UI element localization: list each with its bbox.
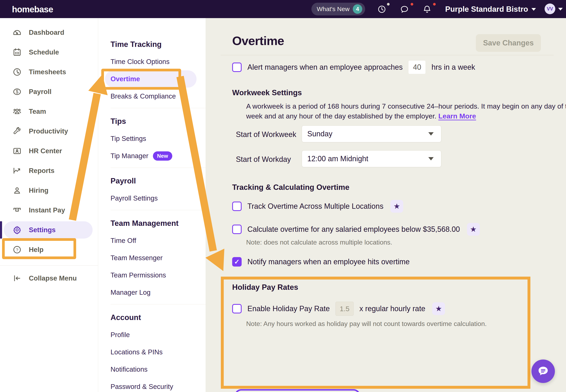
svg-text:$: $: [16, 89, 18, 94]
homebase-settings-page: homebase What's New 4 Purple Standard B: [0, 0, 566, 392]
settings-subnav: Time Tracking Time Clock Options Overtim…: [98, 18, 206, 392]
company-name: Purple Standard Bistro: [445, 5, 528, 14]
avatar-initials: VV: [547, 6, 553, 12]
subnav-item-payroll-settings[interactable]: Payroll Settings: [98, 190, 206, 207]
primary-sidebar: Dashboard Schedule Timesheets: [0, 18, 98, 392]
avatar-chevron-down-icon[interactable]: [558, 8, 563, 11]
premium-star-icon: ★: [467, 223, 480, 236]
enable-holiday-rate-row: Enable Holiday Pay Rate x regular hourly…: [232, 302, 445, 316]
start-of-workweek-select[interactable]: Sunday: [302, 126, 441, 142]
weekly-hours-input[interactable]: [408, 60, 426, 74]
start-of-workweek-label: Start of Workweek: [236, 130, 296, 139]
avatar[interactable]: VV: [545, 3, 555, 14]
clock-icon: [12, 67, 22, 77]
start-of-workday-select[interactable]: 12:00 am Midnight: [302, 150, 441, 167]
alert-managers-checkbox[interactable]: [232, 63, 242, 72]
subnav-section-payroll: Payroll: [98, 172, 206, 190]
subnav-item-team-messenger[interactable]: Team Messenger: [98, 249, 206, 266]
sidebar-item-payroll[interactable]: $ Payroll: [0, 82, 98, 102]
subnav-item-locations-pins[interactable]: Locations & PINs: [98, 343, 206, 361]
homebase-logo: homebase: [12, 4, 53, 14]
learn-more-link[interactable]: Learn More: [438, 112, 476, 120]
sidebar-item-timesheets[interactable]: Timesheets: [0, 62, 98, 82]
id-badge-icon: [12, 146, 22, 156]
salaried-note: Note: does not calculate across multiple…: [246, 238, 392, 246]
subnav-divider: [111, 210, 206, 210]
subnav-item-password-security[interactable]: Password & Security: [98, 378, 206, 392]
messages-icon[interactable]: [400, 4, 409, 14]
top-bar: homebase What's New 4 Purple Standard B: [0, 0, 566, 18]
tracking-heading: Tracking & Calculating Overtime: [232, 183, 349, 192]
enable-holiday-rate-checkbox[interactable]: [232, 304, 242, 313]
location-switcher[interactable]: Purple Standard Bistro: [445, 5, 536, 14]
track-multi-locations-row: Track Overtime Across Multiple Locations…: [232, 199, 403, 213]
cutoff-purple-button[interactable]: [235, 389, 360, 392]
whats-new-count-badge: 4: [353, 4, 362, 14]
page-title: Overtime: [232, 34, 284, 48]
subnav-item-time-clock-options[interactable]: Time Clock Options: [98, 53, 206, 70]
dollar-icon: $: [12, 87, 22, 97]
subnav-item-tip-settings[interactable]: Tip Settings: [98, 130, 206, 147]
subnav-item-team-permissions[interactable]: Team Permissions: [98, 266, 206, 284]
subnav-divider: [111, 168, 206, 168]
settings-active-indicator: [0, 221, 2, 238]
support-chat-button[interactable]: [531, 360, 555, 383]
time-clock-icon[interactable]: [377, 4, 387, 14]
sidebar-item-hr-center[interactable]: HR Center: [0, 141, 98, 161]
sidebar-item-team[interactable]: Team: [0, 102, 98, 121]
subnav-item-breaks-compliance[interactable]: Breaks & Compliance: [98, 88, 206, 105]
calendar-icon: [12, 47, 22, 57]
notify-managers-checkbox[interactable]: ✓: [232, 257, 242, 266]
track-multi-locations-checkbox[interactable]: [232, 202, 242, 211]
salaried-overtime-checkbox[interactable]: [232, 224, 242, 234]
chat-bubble-icon: [537, 365, 550, 378]
subnav-item-overtime[interactable]: Overtime: [98, 70, 206, 88]
new-badge: New: [153, 151, 172, 161]
header-divider: [221, 55, 554, 55]
subnav-section-time-tracking: Time Tracking: [98, 36, 206, 53]
messages-notification-dot: [411, 3, 413, 6]
question-circle-icon: ?: [12, 245, 22, 254]
premium-star-icon: ★: [391, 200, 403, 213]
sidebar-divider: [0, 265, 98, 266]
chevron-down-icon: [531, 8, 536, 11]
alert-managers-row: Alert managers when an employee approach…: [232, 60, 475, 74]
subnav-item-notifications[interactable]: Notifications: [98, 361, 206, 378]
workweek-settings-heading: Workweek Settings: [232, 88, 302, 97]
chevron-down-icon: [428, 132, 434, 136]
save-changes-button[interactable]: Save Changes: [476, 34, 541, 52]
sidebar-item-instant-pay[interactable]: Instant Pay: [0, 200, 98, 220]
person-icon: [12, 186, 22, 195]
subnav-item-time-off[interactable]: Time Off: [98, 232, 206, 249]
time-clock-notification-dot: [387, 3, 390, 6]
notify-managers-row: ✓ Notify managers when an employee hits …: [232, 255, 410, 269]
subnav-item-tip-manager[interactable]: Tip Manager New: [98, 147, 206, 165]
whats-new-button[interactable]: What's New 4: [311, 3, 365, 15]
sidebar-item-help[interactable]: ? Help: [0, 240, 98, 260]
sidebar-collapse-menu[interactable]: Collapse Menu: [0, 268, 98, 288]
chevron-down-icon: [428, 157, 434, 160]
holiday-rate-input[interactable]: [335, 302, 354, 316]
sidebar-item-dashboard[interactable]: Dashboard: [0, 23, 98, 42]
subnav-section-account: Account: [98, 309, 206, 326]
subnav-item-profile[interactable]: Profile: [98, 326, 206, 343]
sidebar-item-hiring[interactable]: Hiring: [0, 181, 98, 200]
subnav-section-team-management: Team Management: [98, 215, 206, 232]
chart-icon: [12, 166, 22, 175]
wrench-icon: [12, 126, 22, 136]
people-icon: [12, 107, 22, 116]
sidebar-item-productivity[interactable]: Productivity: [0, 121, 98, 141]
sidebar-item-reports[interactable]: Reports: [0, 161, 98, 181]
holiday-note: Note: Any hours worked as holiday pay wi…: [246, 320, 487, 328]
sidebar-item-schedule[interactable]: Schedule: [0, 42, 98, 62]
salaried-overtime-row: Calculate overtime for any salaried empl…: [232, 223, 480, 236]
subnav-item-manager-log[interactable]: Manager Log: [98, 284, 206, 301]
gear-icon: [12, 225, 22, 235]
start-of-workday-label: Start of Workday: [236, 155, 291, 164]
sidebar-item-settings[interactable]: Settings: [0, 220, 98, 240]
notifications-bell-icon[interactable]: [422, 4, 432, 14]
svg-text:?: ?: [16, 247, 18, 252]
collapse-menu-icon: [12, 274, 22, 283]
subnav-section-tips: Tips: [98, 113, 206, 130]
premium-star-icon: ★: [432, 302, 445, 315]
